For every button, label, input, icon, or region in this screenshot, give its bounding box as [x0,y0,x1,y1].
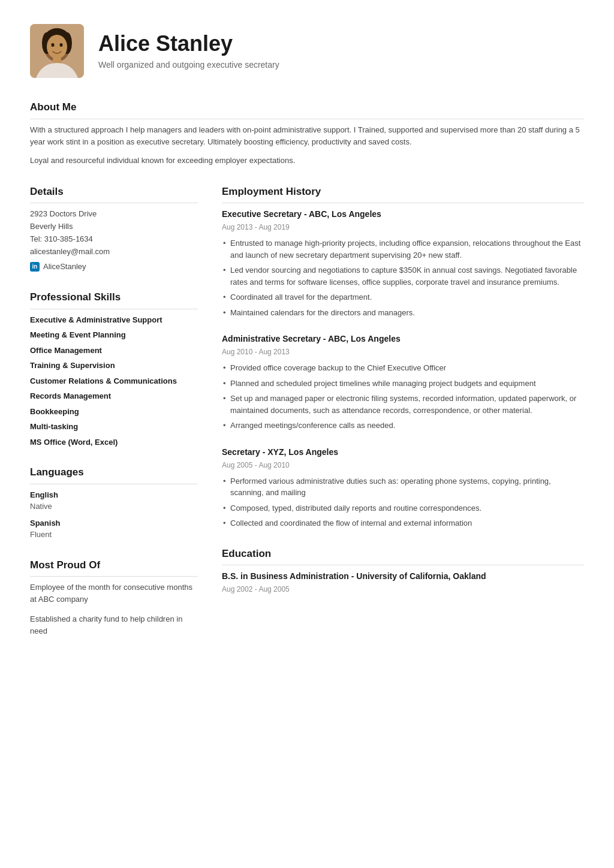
proud-item-1: Employee of the month for consecutive mo… [30,581,198,605]
job-bullets-2: Provided office coverage backup to the C… [222,362,584,432]
svg-point-5 [47,35,67,59]
skill-2: Meeting & Event Planning [30,329,198,341]
job-dates-3: Aug 2005 - Aug 2010 [222,460,584,471]
language-spanish: Spanish Fluent [30,517,198,541]
languages-section: Languages English Native Spanish Fluent [30,465,198,541]
avatar [30,24,84,78]
about-paragraph-2: Loyal and resourceful individual known f… [30,155,584,167]
svg-point-6 [52,43,55,47]
linkedin-icon: in [30,262,40,272]
job-title-3: Secretary - XYZ, Los Angeles [222,446,584,459]
job-dates-1: Aug 2013 - Aug 2019 [222,222,584,233]
skills-title: Professional Skills [30,290,198,309]
about-title: About Me [30,100,584,119]
candidate-name: Alice Stanley [98,31,279,56]
proud-item-2: Established a charity fund to help child… [30,613,198,637]
bullet-3-1: Performed various administrative duties … [222,475,584,499]
edu-dates-1: Aug 2002 - Aug 2005 [222,584,584,595]
skill-9: MS Office (Word, Excel) [30,436,198,448]
bullet-2-4: Arranged meetings/conference calls as ne… [222,420,584,432]
language-spanish-level: Fluent [30,529,198,541]
svg-point-7 [60,43,63,47]
about-section: About Me With a structured approach I he… [30,100,584,167]
job-dates-2: Aug 2010 - Aug 2013 [222,346,584,357]
employment-section: Employment History Executive Secretary -… [222,184,584,529]
job-bullets-1: Entrusted to manage high-priority projec… [222,237,584,318]
address-line1: 2923 Doctors Drive [30,208,198,221]
header-text: Alice Stanley Well organized and outgoin… [98,31,279,71]
bullet-2-3: Set up and managed paper or electronic f… [222,393,584,416]
job-bullets-3: Performed various administrative duties … [222,475,584,529]
details-title: Details [30,184,198,204]
languages-title: Languages [30,465,198,484]
language-english-name: English [30,489,198,501]
linkedin-row: in AliceStanley [30,261,198,273]
job-entry-3: Secretary - XYZ, Los Angeles Aug 2005 - … [222,446,584,529]
tel: Tel: 310-385-1634 [30,233,198,246]
right-column: Employment History Executive Secretary -… [222,184,584,653]
language-spanish-name: Spanish [30,517,198,529]
skill-4: Training & Supervision [30,360,198,372]
job-entry-2: Administrative Secretary - ABC, Los Ange… [222,333,584,432]
candidate-subtitle: Well organized and outgoing executive se… [98,59,279,71]
language-english-level: Native [30,501,198,513]
edu-entry-1: B.S. in Business Administration - Univer… [222,570,584,595]
skills-section: Professional Skills Executive & Administ… [30,290,198,448]
main-content: Details 2923 Doctors Drive Beverly Hills… [30,184,584,653]
skill-3: Office Management [30,345,198,357]
bullet-1-4: Maintained calendars for the directors a… [222,307,584,319]
skill-6: Records Management [30,390,198,402]
email: alicestanley@mail.com [30,246,198,258]
bullet-1-2: Led vendor sourcing and negotiations to … [222,264,584,288]
bullet-3-3: Collected and coordinated the flow of in… [222,517,584,529]
skill-1: Executive & Administrative Support [30,314,198,326]
details-section: Details 2923 Doctors Drive Beverly Hills… [30,184,198,273]
skill-8: Multi-tasking [30,421,198,433]
job-title-1: Executive Secretary - ABC, Los Angeles [222,208,584,221]
education-title: Education [222,546,584,566]
bullet-1-1: Entrusted to manage high-priority projec… [222,237,584,261]
skill-5: Customer Relations & Communications [30,375,198,387]
bullet-3-2: Composed, typed, distributed daily repor… [222,502,584,514]
proud-section: Most Proud Of Employee of the month for … [30,557,198,637]
edu-title-1: B.S. in Business Administration - Univer… [222,570,584,583]
bullet-1-3: Coordinated all travel for the departmen… [222,291,584,303]
job-entry-1: Executive Secretary - ABC, Los Angeles A… [222,208,584,318]
left-column: Details 2923 Doctors Drive Beverly Hills… [30,184,198,653]
bullet-2-1: Provided office coverage backup to the C… [222,362,584,374]
job-title-2: Administrative Secretary - ABC, Los Ange… [222,333,584,345]
employment-title: Employment History [222,184,584,204]
education-section: Education B.S. in Business Administratio… [222,546,584,595]
language-english: English Native [30,489,198,513]
address-line2: Beverly Hills [30,221,198,233]
proud-title: Most Proud Of [30,557,198,577]
about-paragraph-1: With a structured approach I help manage… [30,124,584,149]
linkedin-handle: AliceStanley [43,261,86,273]
skill-7: Bookkeeping [30,406,198,418]
resume-header: Alice Stanley Well organized and outgoin… [30,24,584,78]
bullet-2-2: Planned and scheduled project timelines … [222,378,584,390]
